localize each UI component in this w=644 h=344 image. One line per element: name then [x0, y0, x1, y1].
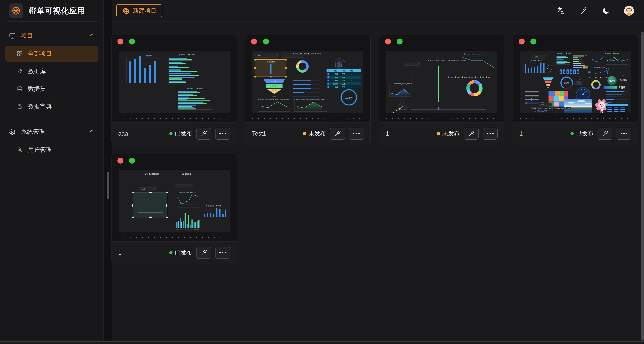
project-thumbnail[interactable]: data1 data2 data1 data2 二年级 价格 课时: [520, 51, 631, 113]
edit-project-button[interactable]: [196, 247, 211, 259]
ellipsis-icon: [219, 133, 226, 134]
svg-text:科目: 科目: [342, 70, 346, 72]
svg-text:Mon: Mon: [591, 77, 594, 79]
svg-text:data1: data1: [181, 54, 185, 56]
project-thumbnail[interactable]: SQL数据源测试 API数据集 一年级: [118, 170, 230, 232]
sidebar-item-label: 数据库: [28, 67, 46, 75]
moon-icon[interactable]: [602, 6, 610, 15]
red-dot: [118, 38, 124, 44]
sidebar-item-dataset[interactable]: 数据集: [5, 81, 98, 97]
card-footer: 1 未发布: [379, 122, 504, 145]
sidebar-scroll-gutter: [104, 0, 112, 344]
edit-project-button[interactable]: [598, 128, 612, 140]
svg-text:Tue: Tue: [457, 76, 460, 78]
project-card[interactable]: student_attend_count student_attend_coun…: [379, 35, 504, 145]
orange-wheel-icon: [12, 6, 21, 15]
svg-text:388: 388: [580, 61, 582, 62]
hammer-icon: [601, 130, 609, 137]
status-dot: [169, 251, 172, 254]
project-thumbnail[interactable]: price data1 data2: [118, 51, 230, 113]
svg-text:2: 2: [350, 73, 352, 75]
magic-wand-icon[interactable]: [580, 6, 588, 15]
status-label: 已发布: [576, 130, 593, 137]
svg-text:25.00%: 25.00%: [620, 79, 627, 81]
svg-text:102%: 102%: [345, 96, 352, 99]
sidebar-item-data-dictionary[interactable]: 数据字典: [5, 99, 98, 115]
project-card[interactable]: price data1 data2: [112, 35, 237, 145]
project-thumbnail[interactable]: 一年级 献花数量 一年级: [252, 51, 364, 113]
edit-project-button[interactable]: [464, 128, 478, 140]
svg-text:data1: data1: [190, 88, 194, 90]
project-card[interactable]: 一年级 献花数量 一年级: [245, 35, 370, 145]
svg-text:#: #: [328, 70, 329, 72]
more-actions-button[interactable]: [215, 247, 230, 259]
svg-text:英语: 英语: [342, 86, 345, 88]
svg-text:data2: data2: [199, 88, 203, 90]
status-label: 未发布: [308, 130, 326, 137]
more-actions-button[interactable]: [483, 128, 498, 140]
svg-text:三年级: 三年级: [544, 108, 548, 109]
sidebar-group-system[interactable]: 系统管理: [0, 123, 104, 140]
sidebar-item-database[interactable]: 数据库: [5, 63, 98, 79]
svg-text:student_attend_count: student_attend_count: [260, 99, 272, 100]
sidebar-item-user-management[interactable]: 用户管理: [5, 142, 98, 158]
edit-project-button[interactable]: [196, 128, 211, 140]
svg-text:chineseScore: chineseScore: [596, 67, 606, 68]
svg-text:课时: 课时: [540, 59, 542, 61]
more-actions-button[interactable]: [215, 128, 230, 140]
svg-text:看得见: 看得见: [618, 86, 626, 89]
project-thumbnail[interactable]: student_attend_count student_attend_coun…: [386, 51, 497, 113]
more-actions-button[interactable]: [616, 128, 631, 140]
chevron-up-icon[interactable]: [89, 128, 94, 135]
sidebar-item-all-projects[interactable]: 全部项目: [5, 46, 98, 62]
vertical-scrollbar-thumb[interactable]: [641, 32, 644, 341]
language-icon[interactable]: 文 A: [557, 6, 566, 15]
svg-text:student_flower_amount: student_flower_amount: [396, 83, 412, 84]
bottom-scrollbar-track[interactable]: [0, 341, 644, 344]
new-project-button[interactable]: 新建项目: [116, 4, 162, 17]
svg-text:student_attend_count: student_attend_count: [296, 99, 309, 100]
svg-text:Sat: Sat: [482, 76, 484, 78]
svg-text:合计价格: 合计价格: [208, 205, 214, 207]
svg-text:499: 499: [582, 63, 584, 64]
grid-icon: [16, 50, 23, 57]
svg-text:student_attend_count: student_attend_count: [466, 53, 481, 55]
red-dot: [385, 38, 391, 44]
project-card[interactable]: data1 data2 data1 data2 二年级 价格 课时: [513, 35, 638, 145]
svg-text:2: 2: [350, 80, 352, 81]
project-name: aaa: [118, 130, 128, 137]
traffic-dots: [251, 38, 269, 44]
green-dot: [129, 158, 135, 164]
thumbnail-dot-row: [252, 118, 364, 119]
svg-text:二年级: 二年级: [333, 76, 338, 78]
svg-text:student_attend_count: student_attend_count: [430, 59, 444, 61]
avatar[interactable]: [624, 6, 634, 16]
svg-text:Mon: Mon: [176, 228, 179, 230]
edit-project-button[interactable]: [330, 128, 345, 140]
hammer-icon: [334, 130, 342, 137]
svg-text:class_hour: class_hour: [182, 192, 189, 193]
svg-text:price: price: [148, 55, 152, 56]
status-label: 已发布: [175, 130, 192, 137]
topbar-icons: 文 A: [557, 6, 634, 16]
more-actions-button[interactable]: [349, 128, 364, 140]
ellipsis-icon: [487, 133, 494, 134]
traffic-dots: [118, 38, 135, 44]
svg-text:758: 758: [585, 55, 587, 56]
svg-text:一年级: 一年级: [532, 108, 536, 109]
red-dot: [519, 38, 525, 44]
sidebar-group-projects[interactable]: 项目: [0, 27, 104, 44]
chevron-up-icon[interactable]: [89, 32, 94, 39]
project-name: 1: [386, 130, 389, 137]
new-project-label: 新建项目: [133, 7, 156, 15]
svg-text:999: 999: [583, 67, 585, 68]
monitor-icon: [9, 32, 16, 39]
svg-text:四年级: 四年级: [549, 108, 553, 109]
project-card[interactable]: SQL数据源测试 API数据集 一年级: [112, 154, 237, 264]
sidebar-menu: 项目 全部项目: [0, 21, 104, 158]
app-title: 橙单可视化应用: [29, 5, 85, 16]
svg-text:student_flower_amount: student_flower_amount: [450, 59, 467, 61]
svg-text:student_flower_amount: student_flower_amount: [311, 99, 325, 100]
sidebar: 橙单可视化应用 项目: [0, 0, 104, 344]
sidebar-scrollbar-thumb[interactable]: [107, 172, 109, 199]
